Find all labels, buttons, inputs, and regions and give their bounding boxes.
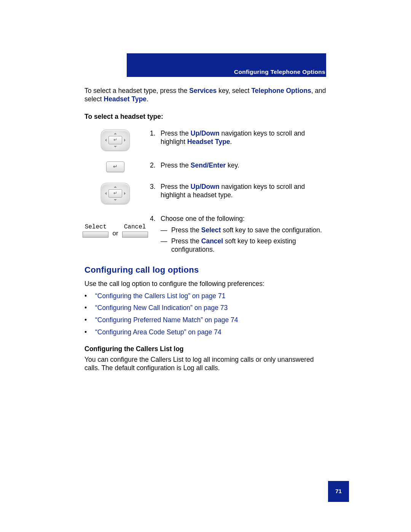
- text: soft key to save the configuration.: [221, 226, 322, 234]
- enter-key-icon: ↵: [108, 189, 122, 198]
- icon-column: ↵: [84, 129, 146, 151]
- enter-glyph: ↵: [113, 163, 118, 170]
- step-row: Select or Cancel 4. Choose one of the fo…: [84, 215, 327, 254]
- cancel-softkey-label: Cancel: [124, 223, 146, 231]
- softkey-button-icon: [83, 232, 108, 238]
- cross-reference-link[interactable]: “Configuring the Callers List log” on pa…: [95, 292, 225, 300]
- cross-reference-link[interactable]: “Configuring New Call Indication” on pag…: [95, 304, 228, 312]
- text: Press the: [161, 183, 191, 190]
- send-enter-label: Send/Enter: [191, 161, 226, 169]
- subsection-heading: Configuring the Callers List log: [84, 345, 327, 353]
- page-number-box: 71: [328, 481, 349, 502]
- dash-bullet: —: [161, 226, 171, 235]
- icon-column: ↵: [84, 161, 146, 172]
- step-text: 4. Choose one of the following: — Press …: [146, 215, 327, 254]
- enter-key-icon: ↵: [108, 136, 122, 144]
- or-label: or: [112, 229, 118, 237]
- text: .: [230, 138, 232, 145]
- paragraph: You can configure the Callers List to lo…: [84, 356, 327, 372]
- header-section-title: Configuring Telephone Options: [192, 69, 325, 75]
- enter-key-icon: ↵: [106, 161, 124, 172]
- bullet-icon: •: [84, 316, 95, 324]
- services-key-label: Services: [189, 87, 217, 94]
- text: key, select: [217, 87, 251, 94]
- telephone-options-label: Telephone Options: [251, 87, 311, 94]
- select-label: Select: [201, 226, 221, 234]
- select-softkey-label: Select: [85, 223, 107, 231]
- enter-glyph: ↵: [113, 190, 117, 196]
- text: To select a headset type, press the: [84, 87, 189, 94]
- procedure-heading: To select a headset type:: [84, 113, 327, 121]
- softkey-button-icon: [122, 232, 148, 238]
- text: .: [147, 95, 148, 103]
- step-text: 1. Press the Up/Down navigation keys to …: [146, 129, 327, 146]
- dash-bullet: —: [161, 237, 171, 254]
- page-number: 71: [335, 488, 342, 495]
- section-heading: Configuring call log options: [84, 265, 327, 275]
- intro-paragraph: To select a headset type, press the Serv…: [84, 87, 327, 104]
- step-number: 3.: [150, 183, 161, 200]
- step-row: ↵ 3. Press the Up/Down navigation keys t…: [84, 183, 327, 204]
- cross-reference-link[interactable]: “Configuring Area Code Setup” on page 74: [95, 328, 221, 337]
- headset-type-label: Headset Type: [187, 138, 230, 145]
- page-content: To select a headset type, press the Serv…: [84, 87, 327, 372]
- step-text: 2. Press the Send/Enter key.: [146, 161, 327, 170]
- text: Choose one of the following:: [161, 215, 327, 223]
- icon-column: Select or Cancel: [84, 215, 146, 238]
- text: key.: [226, 161, 239, 169]
- bullet-icon: •: [84, 328, 95, 337]
- icon-column: ↵: [84, 183, 146, 204]
- list-item: •“Configuring Area Code Setup” on page 7…: [84, 328, 327, 337]
- updown-label: Up/Down: [191, 183, 220, 190]
- text: Press the: [161, 129, 191, 137]
- document-page: Configuring Telephone Options To select …: [0, 0, 411, 532]
- select-softkey: Select: [83, 223, 108, 238]
- step-row: ↵ 2. Press the Send/Enter key.: [84, 161, 327, 172]
- cross-reference-link[interactable]: “Configuring Preferred Name Match” on pa…: [95, 316, 238, 324]
- cancel-label: Cancel: [201, 237, 223, 245]
- headset-type-label: Headset Type: [104, 95, 147, 103]
- navigation-pad-icon: ↵: [101, 183, 130, 204]
- text: Press the: [161, 161, 191, 169]
- updown-label: Up/Down: [191, 129, 220, 137]
- step-row: ↵ 1. Press the Up/Down navigation keys t…: [84, 129, 327, 151]
- softkey-group: Select or Cancel: [83, 223, 148, 238]
- bullet-icon: •: [84, 304, 95, 312]
- enter-glyph: ↵: [113, 137, 117, 143]
- bullet-icon: •: [84, 292, 95, 300]
- link-list: •“Configuring the Callers List log” on p…: [84, 292, 327, 337]
- step-number: 1.: [150, 129, 161, 146]
- list-item: •“Configuring Preferred Name Match” on p…: [84, 316, 327, 324]
- text: Press the: [171, 226, 201, 234]
- step-number: 2.: [150, 161, 161, 170]
- navigation-pad-icon: ↵: [101, 129, 130, 151]
- list-item: •“Configuring the Callers List log” on p…: [84, 292, 327, 300]
- cancel-softkey: Cancel: [122, 223, 148, 238]
- text: Press the: [171, 237, 201, 245]
- step-text: 3. Press the Up/Down navigation keys to …: [146, 183, 327, 200]
- list-item: •“Configuring New Call Indication” on pa…: [84, 304, 327, 312]
- step-number: 4.: [150, 215, 161, 223]
- section-description: Use the call log option to configure the…: [84, 280, 327, 288]
